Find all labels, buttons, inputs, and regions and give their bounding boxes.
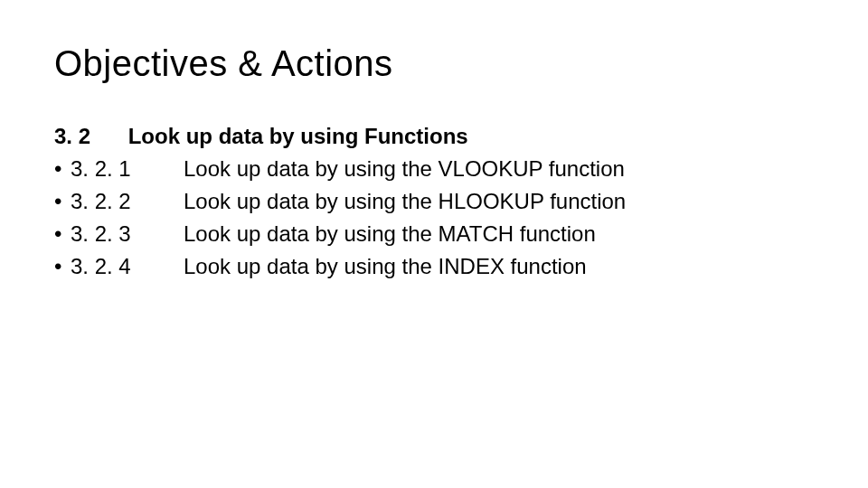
section-heading: 3. 2 Look up data by using Functions [54,120,814,153]
section-number: 3. 2 [54,120,122,153]
bullet-icon: • [54,185,71,218]
list-item: • 3. 2. 4 Look up data by using the INDE… [54,250,814,283]
bullet-icon: • [54,218,71,250]
item-number: 3. 2. 2 [71,185,184,218]
item-number: 3. 2. 3 [71,218,184,250]
item-text: Look up data by using the MATCH function [184,218,814,250]
page-title: Objectives & Actions [54,43,814,84]
item-list: • 3. 2. 1 Look up data by using the VLOO… [54,153,814,283]
bullet-icon: • [54,153,71,185]
item-number: 3. 2. 1 [71,153,184,185]
item-text: Look up data by using the HLOOKUP functi… [184,185,814,218]
item-number: 3. 2. 4 [71,250,184,283]
bullet-icon: • [54,250,71,283]
slide: Objectives & Actions 3. 2 Look up data b… [0,0,868,488]
item-text: Look up data by using the INDEX function [184,250,814,283]
list-item: • 3. 2. 2 Look up data by using the HLOO… [54,185,814,218]
section-title: Look up data by using Functions [128,124,468,148]
list-item: • 3. 2. 1 Look up data by using the VLOO… [54,153,814,185]
list-item: • 3. 2. 3 Look up data by using the MATC… [54,218,814,250]
item-text: Look up data by using the VLOOKUP functi… [184,153,814,185]
